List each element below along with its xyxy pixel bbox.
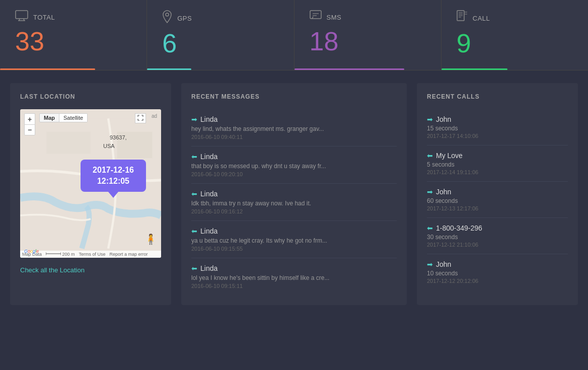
message-contact: ➡ Linda — [191, 115, 397, 123]
call-time: 2017-12-12 21:10:06 — [427, 242, 568, 248]
map-address-partial: 93637, — [110, 134, 127, 140]
check-location-link[interactable]: Check all the Location — [20, 266, 85, 274]
map-address-country: USA — [103, 143, 115, 149]
stat-card-gps: GPS 6 — [147, 0, 294, 70]
call-contact: ⬅ 1-800-349-296 — [427, 224, 568, 232]
svg-rect-0 — [16, 11, 28, 19]
map-tab-map[interactable]: Map — [39, 113, 59, 122]
contact-name: Linda — [200, 190, 217, 198]
message-contact: ⬅ Linda — [191, 190, 397, 198]
calls-section-title: RECENT CALLS — [427, 93, 568, 100]
call-name: 1-800-349-296 — [436, 224, 482, 232]
calls-list: ➡ John 15 seconds 2017-12-17 14:10:06 ⬅ … — [427, 109, 568, 290]
messages-list: ➡ Linda hey lind, whats the assignment m… — [191, 109, 397, 295]
call-duration: 5 seconds — [427, 161, 568, 168]
calls-panel: RECENT CALLS ➡ John 15 seconds 2017-12-1… — [417, 83, 578, 305]
call-item[interactable]: ➡ John 15 seconds 2017-12-17 14:10:06 — [427, 109, 568, 145]
call-contact: ➡ John — [427, 115, 568, 123]
message-text: lol yea I know he's been sittin by himse… — [191, 274, 397, 281]
call-contact: ⬅ My Love — [427, 152, 568, 160]
map-ad-label: ad — [152, 113, 157, 119]
call-time: 2017-12-12 20:12:06 — [427, 278, 568, 284]
pegman-icon[interactable]: 🧍 — [144, 233, 157, 245]
outgoing-call-icon: ➡ — [427, 188, 433, 196]
map-zoom-controls[interactable]: + − — [24, 113, 35, 135]
call-name: My Love — [436, 152, 463, 160]
contact-name: Linda — [200, 264, 217, 272]
call-name: John — [436, 188, 451, 196]
stat-value-sms: 18 — [310, 28, 426, 54]
message-text: that boy is so messed up. why dnt u stay… — [191, 163, 397, 170]
message-text: ldk tbh, imma try n stay away now. Ive h… — [191, 200, 397, 207]
messages-section-title: RECENT MESSAGES — [191, 93, 397, 100]
call-icon — [457, 10, 468, 26]
sms-icon — [310, 10, 322, 24]
call-item[interactable]: ➡ John 10 seconds 2017-12-12 20:12:06 — [427, 254, 568, 290]
svg-point-4 — [166, 13, 169, 16]
call-item[interactable]: ⬅ My Love 5 seconds 2017-12-14 19:11:06 — [427, 145, 568, 182]
map-terms-link[interactable]: Terms of Use — [79, 252, 106, 257]
map-popup-date: 2017-12-16 — [91, 166, 136, 175]
call-time: 2017-12-17 14:10:06 — [427, 133, 568, 139]
svg-rect-5 — [310, 11, 321, 19]
call-duration: 10 seconds — [427, 270, 568, 277]
message-time: 2016-06-10 09:15:11 — [191, 283, 397, 289]
gps-icon — [162, 10, 172, 26]
call-item[interactable]: ⬅ 1-800-349-296 30 seconds 2017-12-12 21… — [427, 218, 568, 254]
map-container: + − Map Satellite ad 93637, USA 2017-12 — [20, 109, 161, 258]
content-area: LAST LOCATION + − — [0, 73, 588, 315]
call-duration: 15 seconds — [427, 125, 568, 132]
outgoing-call-icon: ➡ — [427, 115, 433, 123]
zoom-in-button[interactable]: + — [24, 113, 35, 124]
call-time: 2017-12-14 19:11:06 — [427, 169, 568, 175]
svg-rect-17 — [47, 132, 91, 154]
map-panel: LAST LOCATION + − — [10, 83, 171, 305]
map-popup: 2017-12-16 12:12:05 — [81, 160, 146, 192]
stat-label-gps: GPS — [177, 15, 192, 22]
message-contact: ⬅ Linda — [191, 264, 397, 272]
stat-progress-gps — [147, 68, 191, 70]
zoom-out-button[interactable]: − — [24, 124, 35, 135]
message-time: 2016-06-10 09:20:10 — [191, 171, 397, 177]
message-item[interactable]: ⬅ Linda that boy is so messed up. why dn… — [191, 146, 397, 184]
map-expand-button[interactable] — [135, 113, 146, 123]
map-tab-satellite[interactable]: Satellite — [59, 113, 88, 122]
call-name: John — [436, 115, 451, 123]
stat-value-total: 33 — [15, 28, 131, 54]
map-section-title: LAST LOCATION — [20, 93, 161, 100]
call-name: John — [436, 260, 451, 268]
stat-label-call: Call — [473, 15, 490, 22]
contact-name: Linda — [200, 227, 217, 235]
call-item[interactable]: ➡ John 60 seconds 2017-12-13 12:17:06 — [427, 182, 568, 218]
message-item[interactable]: ⬅ Linda lol yea I know he's been sittin … — [191, 258, 397, 295]
stat-card-call: Call 9 — [442, 0, 588, 70]
stat-progress-total — [0, 68, 95, 70]
message-item[interactable]: ➡ Linda hey lind, whats the assignment m… — [191, 109, 397, 146]
incoming-arrow-icon: ⬅ — [191, 153, 197, 161]
contact-name: Linda — [200, 153, 217, 161]
message-item[interactable]: ⬅ Linda ya u betta cuz he legit cray. It… — [191, 221, 397, 258]
incoming-arrow-icon: ⬅ — [191, 264, 197, 272]
incoming-arrow-icon: ⬅ — [191, 190, 197, 198]
incoming-call-icon: ⬅ — [427, 224, 433, 232]
google-logo: Google — [24, 249, 39, 254]
message-text: hey lind, whats the assignment ms. grang… — [191, 125, 397, 132]
contact-name: Linda — [200, 115, 217, 123]
stat-label-total: Total — [33, 14, 55, 21]
stat-card-total: Total 33 — [0, 0, 147, 70]
message-item[interactable]: ⬅ Linda ldk tbh, imma try n stay away no… — [191, 184, 397, 221]
incoming-call-icon: ⬅ — [427, 152, 433, 160]
call-contact: ➡ John — [427, 188, 568, 196]
stat-card-sms: SMS 18 — [295, 0, 442, 70]
message-time: 2016-06-10 09:15:55 — [191, 246, 397, 252]
map-type-tabs[interactable]: Map Satellite — [39, 113, 88, 122]
map-popup-time: 12:12:05 — [91, 177, 136, 186]
outgoing-arrow-icon: ➡ — [191, 115, 197, 123]
call-time: 2017-12-13 12:17:06 — [427, 205, 568, 211]
stat-value-gps: 6 — [162, 30, 278, 56]
stat-progress-call — [442, 68, 507, 70]
call-contact: ➡ John — [427, 260, 568, 268]
map-report-link[interactable]: Report a map error — [110, 252, 148, 257]
message-contact: ⬅ Linda — [191, 227, 397, 235]
stats-bar: Total 33 GPS 6 — [0, 0, 588, 70]
